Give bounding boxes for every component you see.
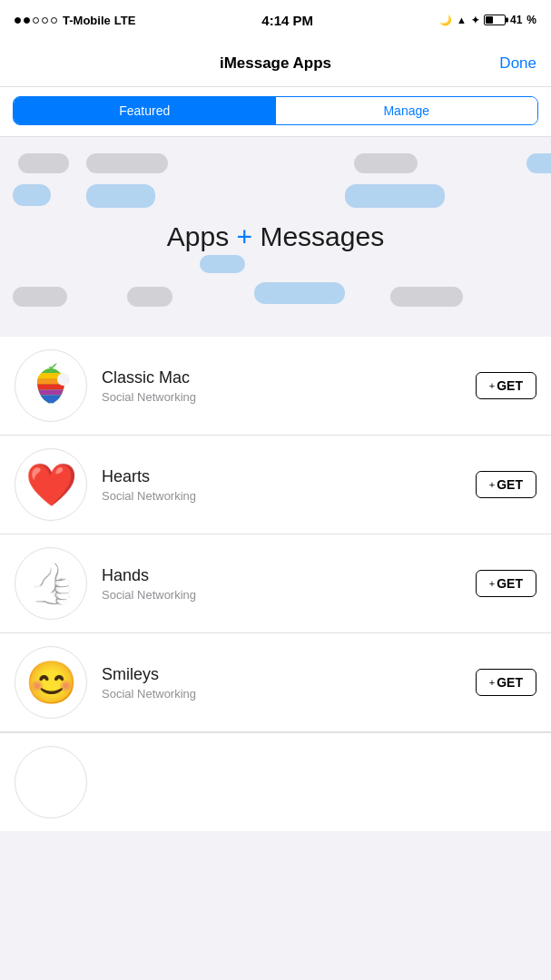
app-item-hearts: ❤️ Hearts Social Networking + GET <box>0 436 551 534</box>
bubble-6 <box>86 184 155 208</box>
bubble-4 <box>526 153 551 173</box>
app-category-classic-mac: Social Networking <box>102 390 476 404</box>
manage-tab[interactable]: Manage <box>276 97 538 124</box>
app-name-smileys: Smileys <box>102 665 476 684</box>
dot-4 <box>42 17 48 24</box>
app-name-hands: Hands <box>102 566 476 585</box>
signal-dots <box>15 17 57 24</box>
svg-rect-0 <box>35 367 67 373</box>
bubble-3 <box>354 153 418 173</box>
bubble-11 <box>390 287 463 307</box>
dot-2 <box>24 17 30 24</box>
svg-point-6 <box>57 373 70 386</box>
app-info-smileys: Smileys Social Networking <box>102 665 476 701</box>
bubble-7 <box>345 184 445 208</box>
bubble-5 <box>13 184 51 206</box>
dot-1 <box>15 17 21 24</box>
hero-banner: Apps + Messages <box>0 137 551 337</box>
app-icon-classic-mac <box>15 349 87 422</box>
location-icon: ▲ <box>457 15 467 25</box>
battery-percent: 41 <box>510 14 522 26</box>
nav-bar: iMessage Apps Done <box>0 40 551 87</box>
app-category-smileys: Social Networking <box>102 687 476 701</box>
app-icon-hands: 👍 <box>15 547 87 620</box>
status-time: 4:14 PM <box>261 13 313 28</box>
bubble-12 <box>200 255 245 273</box>
segment-wrapper: Featured Manage <box>13 96 538 125</box>
battery-fill <box>486 16 493 24</box>
app-category-hands: Social Networking <box>102 588 476 602</box>
app-list: Classic Mac Social Networking + GET ❤️ H… <box>0 337 551 831</box>
bubble-1 <box>18 153 69 173</box>
svg-rect-4 <box>35 389 67 395</box>
app-info-hands: Hands Social Networking <box>102 566 476 602</box>
bubble-9 <box>127 287 172 307</box>
app-info-hearts: Hearts Social Networking <box>102 467 476 503</box>
dot-3 <box>33 17 39 24</box>
app-item-smileys: 😊 Smileys Social Networking + GET <box>0 633 551 732</box>
get-button-hearts[interactable]: + GET <box>476 471 536 498</box>
app-name-classic-mac: Classic Mac <box>102 368 476 387</box>
app-category-hearts: Social Networking <box>102 489 476 503</box>
carrier-label: T-Mobile <box>63 14 111 27</box>
segment-control: Featured Manage <box>0 87 551 137</box>
hearts-icon: ❤️ <box>25 460 77 509</box>
app-icon-smileys: 😊 <box>15 646 87 719</box>
battery-icon <box>484 15 506 25</box>
done-button[interactable]: Done <box>499 54 536 73</box>
bubble-10 <box>254 282 345 304</box>
hands-icon: 👍 <box>26 560 76 607</box>
classic-mac-icon <box>27 362 74 409</box>
dot-5 <box>51 17 57 24</box>
status-bar: T-Mobile LTE 4:14 PM 🌙 ▲ ✦ 41% <box>0 0 551 40</box>
app-name-hearts: Hearts <box>102 467 476 486</box>
get-button-classic-mac[interactable]: + GET <box>476 372 536 399</box>
svg-rect-5 <box>35 395 67 406</box>
smileys-icon: 😊 <box>25 658 77 707</box>
bluetooth-icon: ✦ <box>471 15 479 26</box>
app-info-classic-mac: Classic Mac Social Networking <box>102 368 476 404</box>
bubble-2 <box>86 153 168 173</box>
network-label: LTE <box>114 14 136 27</box>
status-left: T-Mobile LTE <box>15 14 135 27</box>
featured-tab[interactable]: Featured <box>14 97 276 124</box>
app-icon-partial <box>15 746 87 818</box>
get-button-smileys[interactable]: + GET <box>476 669 536 696</box>
app-item-partial <box>0 732 551 831</box>
status-right: 🌙 ▲ ✦ 41% <box>439 14 536 26</box>
app-item-hands: 👍 Hands Social Networking + GET <box>0 534 551 633</box>
nav-title: iMessage Apps <box>220 54 331 73</box>
app-item-classic-mac: Classic Mac Social Networking + GET <box>0 337 551 436</box>
hero-text: Apps + Messages <box>167 221 384 252</box>
moon-icon: 🌙 <box>439 15 452 26</box>
bubble-8 <box>13 287 67 307</box>
app-icon-hearts: ❤️ <box>15 448 87 521</box>
get-button-hands[interactable]: + GET <box>476 570 536 597</box>
